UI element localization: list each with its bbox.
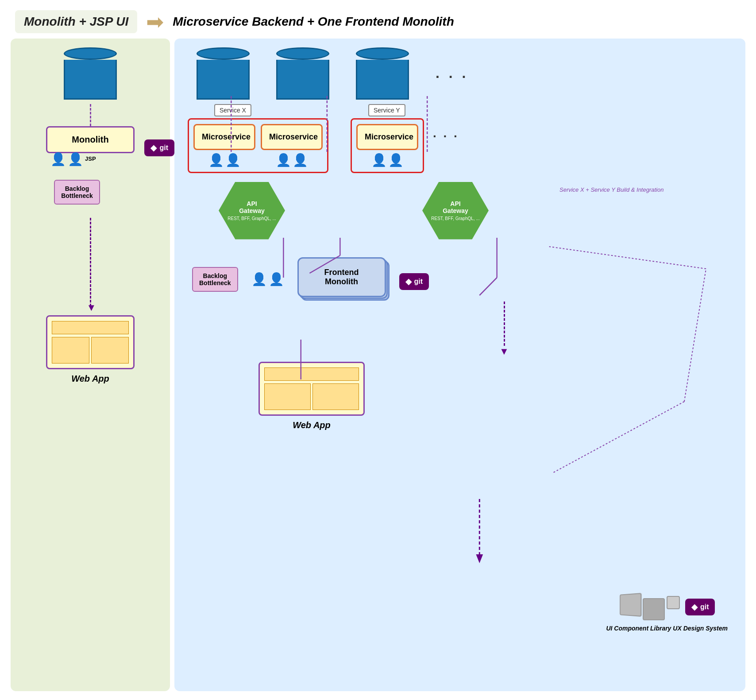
right-webapp-col-2 <box>312 383 359 410</box>
arrow-down-right: ▼ <box>499 302 509 357</box>
right-panel: . . . Service X Microservice <box>174 39 745 691</box>
right-webapp-col-1 <box>264 383 311 410</box>
right-webapp-header <box>264 367 359 381</box>
right-webapp-label: Web App <box>293 420 331 430</box>
microservice-box-2: Microservice <box>261 124 323 150</box>
ms3-users: 👤 👤 <box>371 153 404 167</box>
ui-cubes <box>619 594 680 620</box>
backlog-card-right: BacklogBottleneck <box>192 267 238 292</box>
ms1-label: Microservice <box>202 132 251 141</box>
user-icon-1: 👤 <box>50 152 66 166</box>
arrow-down-right-container: ▼ <box>183 302 737 357</box>
service-y-border: Microservice 👤 👤 <box>351 118 424 173</box>
left-backlog: BacklogBottleneck <box>54 180 100 205</box>
left-git-badge: ◆ git <box>144 139 174 156</box>
left-database <box>64 47 117 100</box>
api-gw2-group: APIGateway REST, BFF, GraphQL, ... <box>422 182 489 240</box>
api-gw2-title: APIGateway <box>443 200 468 214</box>
left-webapp-group: Web App <box>46 315 135 384</box>
api-gw1-group: APIGateway REST, BFF, GraphQL, ... <box>219 182 285 240</box>
cube-3 <box>667 596 680 609</box>
git-badge-right: ◆ git <box>399 273 429 290</box>
right-backlog: BacklogBottleneck <box>192 267 238 292</box>
user-ms3-1: 👤 <box>371 153 387 167</box>
user-ms2-2: 👤 <box>293 153 308 167</box>
db3-top <box>356 47 409 60</box>
git-diamond-icon: ◆ <box>150 143 157 153</box>
api-gw1-sub: REST, BFF, GraphQL, ... <box>228 216 276 221</box>
service-y-label: Service Y <box>368 104 405 116</box>
right-git-badge: ◆ git <box>399 273 429 290</box>
user-ms1-1: 👤 <box>208 153 224 167</box>
ms1-users: 👤 👤 <box>208 153 241 167</box>
arrow-down-icon: ▼ <box>499 346 509 357</box>
api-gw2-sub: REST, BFF, GraphQL, ... <box>431 216 479 221</box>
git-label-uicomp: git <box>700 603 709 611</box>
left-webapp-label: Web App <box>71 374 109 384</box>
title-row: Monolith + JSP UI ➡ Microservice Backend… <box>11 9 745 34</box>
service-x-border: Microservice 👤 👤 Microservice <box>188 118 328 173</box>
right-webapp-group: Web App <box>258 362 365 430</box>
ui-lib-label: UI Component Library UX Design System <box>606 625 728 632</box>
webapp-inner <box>52 337 129 364</box>
ms1-group: Microservice 👤 👤 <box>193 124 255 167</box>
webapp-header <box>52 321 129 334</box>
line-db-to-monolith <box>90 104 91 126</box>
dashed-line-right <box>504 302 505 346</box>
microservices-row: Service X Microservice 👤 👤 <box>183 104 737 173</box>
api-gateway-1: APIGateway REST, BFF, GraphQL, ... <box>219 182 285 240</box>
db2-top <box>276 47 329 60</box>
git-diamond-icon-right: ◆ <box>405 277 412 286</box>
right-webapp-box <box>258 362 365 416</box>
right-webapp-area: Web App <box>183 362 737 430</box>
service-y-label-container: Service Y <box>368 104 405 116</box>
right-title: Microservice Backend + One Frontend Mono… <box>173 15 454 29</box>
user-fe-2: 👤 <box>269 272 284 286</box>
webapp-col-1 <box>52 337 89 364</box>
right-db-row: . . . <box>183 47 737 100</box>
left-content: Monolith 👤 👤 JSP ◆ git <box>19 47 161 682</box>
cube-1 <box>620 593 641 617</box>
db2-body <box>276 60 329 100</box>
monolith-group: Monolith 👤 👤 JSP ◆ git <box>46 126 135 153</box>
git-badge-uicomp: ◆ git <box>685 599 715 615</box>
service-x-label-container: Service X <box>214 104 251 116</box>
right-db-1 <box>197 47 250 100</box>
line-monolith-to-webapp: ▼ <box>90 218 91 306</box>
right-content: . . . Service X Microservice <box>183 47 737 658</box>
backlog-label-left: BacklogBottleneck <box>61 185 93 199</box>
service-x-label: Service X <box>214 104 251 116</box>
db3-body <box>356 60 409 100</box>
arrow-down-left: ▼ <box>87 302 96 313</box>
user-ms3-2: 👤 <box>388 153 404 167</box>
frontend-users: 👤 👤 <box>251 272 284 286</box>
monolith-box: Monolith <box>46 126 135 153</box>
build-label: Service X + Service Y Build & Integratio… <box>559 186 663 193</box>
arrow-icon: ➡ <box>146 9 164 34</box>
microservice-box-1: Microservice <box>193 124 255 150</box>
left-users: 👤 👤 JSP <box>50 152 96 166</box>
left-webapp-box <box>46 315 135 369</box>
middle-row: BacklogBottleneck 👤 👤 Frontend Monolith <box>183 253 737 297</box>
build-integration-label: Service X + Service Y Build & Integratio… <box>559 186 663 240</box>
right-db-2 <box>276 47 329 100</box>
cube-2 <box>643 598 665 620</box>
api-gw1-title: APIGateway <box>239 200 265 214</box>
left-db-group <box>64 47 117 100</box>
webapp-col-2 <box>91 337 129 364</box>
ms2-label: Microservice <box>269 132 318 141</box>
service-y-group: Service Y Microservice 👤 👤 <box>351 104 424 173</box>
diagram-wrapper: Monolith + JSP UI ➡ Microservice Backend… <box>11 9 745 691</box>
right-webapp-inner <box>264 383 359 410</box>
user-ms1-2: 👤 <box>225 153 241 167</box>
api-gateway-2: APIGateway REST, BFF, GraphQL, ... <box>422 182 489 240</box>
user-icon-2: 👤 <box>68 152 83 166</box>
ms3-label: Microservice <box>365 132 413 141</box>
user-ms2-1: 👤 <box>276 153 291 167</box>
user-fe-1: 👤 <box>251 272 267 286</box>
left-panel: Monolith 👤 👤 JSP ◆ git <box>11 39 170 691</box>
dots-ms: . . . <box>433 104 459 140</box>
backlog-card-left: BacklogBottleneck <box>54 180 100 205</box>
ms2-users: 👤 👤 <box>276 153 308 167</box>
db-body <box>64 60 117 100</box>
